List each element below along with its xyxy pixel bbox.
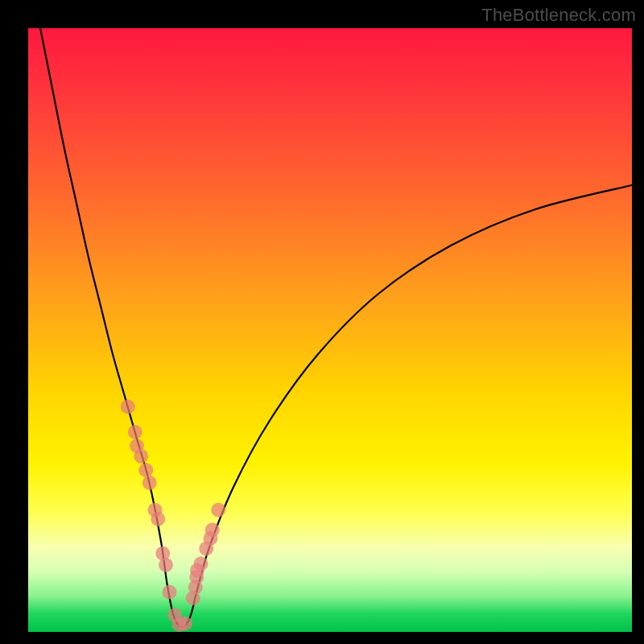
sample-dot [142, 476, 157, 490]
plot-area [28, 28, 632, 632]
sample-dot [163, 585, 177, 600]
sample-dot [128, 425, 142, 440]
sample-dot [178, 617, 192, 631]
sample-dot [194, 556, 208, 571]
chart-frame: TheBottleneck.com [0, 0, 644, 644]
curve-layer [28, 28, 632, 632]
sample-dot [159, 558, 173, 572]
bottleneck-curve [40, 28, 632, 627]
sample-dots-group [121, 399, 226, 632]
sample-dot [205, 522, 220, 537]
watermark-text: TheBottleneck.com [481, 5, 636, 26]
sample-dot [211, 503, 225, 518]
sample-dot [138, 463, 153, 477]
sample-dot [134, 449, 148, 464]
sample-dot [151, 512, 165, 526]
sample-dot [121, 399, 135, 414]
